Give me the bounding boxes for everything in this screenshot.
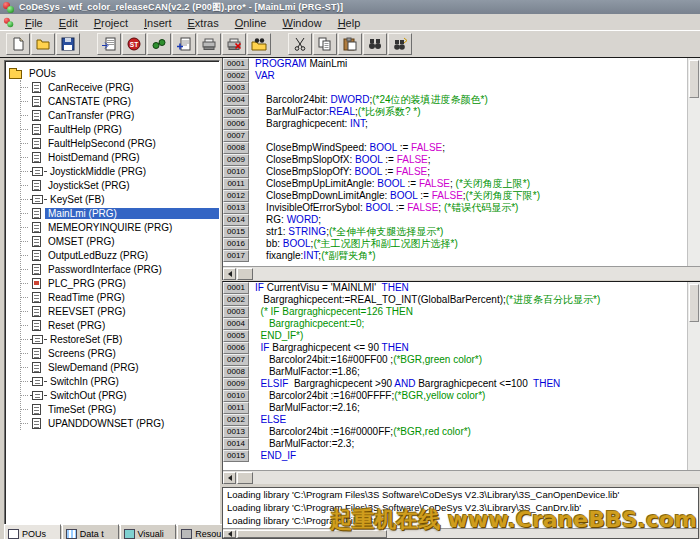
find-button[interactable]	[363, 33, 387, 55]
clean-button[interactable]	[222, 33, 246, 55]
library-manager-button[interactable]	[247, 33, 271, 55]
code-text[interactable]: PROGRAM MainLmi	[249, 58, 700, 70]
tree-item-canreceive[interactable]: CanReceive (PRG)	[21, 80, 219, 94]
code-text[interactable]: InvisibleOfErrorSybol: BOOL := FALSE; (*…	[249, 202, 700, 214]
tree-item-passwordinterface[interactable]: PasswordInterface (PRG)	[21, 262, 219, 276]
menu-edit[interactable]: Edit	[51, 16, 86, 30]
code-text[interactable]: BarMulFactor:=1.86;	[249, 366, 700, 378]
code-text[interactable]: END_IF*)	[249, 330, 700, 342]
code-text[interactable]	[249, 130, 700, 142]
menu-help[interactable]: Help	[330, 16, 369, 30]
scroll-thumb[interactable]	[237, 268, 253, 280]
implementation-horizontal-scrollbar[interactable]	[223, 470, 700, 484]
tree-item-keyset[interactable]: KeySet (FB)	[21, 192, 219, 206]
tree-item-upanddownset[interactable]: UPANDDOWNSET (PRG)	[21, 416, 219, 430]
code-text[interactable]: Bargraghicpecent:=REAL_TO_INT(GlobalBarP…	[249, 294, 700, 306]
tree-item-reset[interactable]: Reset (PRG)	[21, 318, 219, 332]
menu-online[interactable]: Online	[227, 16, 275, 30]
scroll-thumb[interactable]	[689, 60, 699, 98]
code-text[interactable]: VAR	[249, 70, 700, 82]
code-text[interactable]: IF Bargraghicpecent <= 90 THEN	[249, 342, 700, 354]
build-button[interactable]	[197, 33, 221, 55]
open-button[interactable]	[31, 33, 55, 55]
code-text[interactable]: ELSE	[249, 414, 700, 426]
tree-item-restoreset[interactable]: RestoreSet (FB)	[21, 332, 219, 346]
add-pou-button[interactable]	[172, 33, 196, 55]
tree-item-joystickmiddle[interactable]: JoystickMiddle (PRG)	[21, 164, 219, 178]
code-text[interactable]: END_IF	[249, 450, 700, 462]
code-text[interactable]: Barcolor24bit :=16#0000FF;(*BGR,red colo…	[249, 426, 700, 438]
code-text[interactable]: Barcolor24bit :=16#00FFFF;(*BGR,yellow c…	[249, 390, 700, 402]
copy-button[interactable]	[313, 33, 337, 55]
code-text[interactable]: CloseBmpDownLimitAngle: BOOL := FALSE;(*…	[249, 190, 700, 202]
tree-item-plc_prg[interactable]: PLC_PRG (PRG)	[21, 276, 219, 290]
code-text[interactable]: BarMulFactor:=2.3;	[249, 438, 700, 450]
scroll-left-button[interactable]	[223, 268, 236, 280]
menu-file[interactable]: File	[17, 16, 51, 30]
tree-item-faulthelpsecond[interactable]: FaultHelpSecond (PRG)	[21, 136, 219, 150]
declaration-horizontal-scrollbar[interactable]	[223, 266, 700, 280]
code-text[interactable]: Bargraghicpecent:=0;	[249, 318, 700, 330]
code-text[interactable]: ELSIF Bargraghicpecent >90 AND Bargraghi…	[249, 378, 700, 390]
tree-item-slewdemand[interactable]: SlewDemand (PRG)	[21, 360, 219, 374]
tree-item-faulthelp[interactable]: FaultHelp (PRG)	[21, 122, 219, 136]
implementation-editor[interactable]: 0001IF CurrentVisu = 'MAINLMI' THEN0002 …	[222, 281, 700, 484]
declaration-editor[interactable]: 0001PROGRAM MainLmi0002VAR00030004 Barco…	[222, 58, 700, 280]
fbd-block-icon	[32, 377, 43, 386]
scroll-left-button[interactable]	[223, 472, 236, 484]
tree-item-cantransfer[interactable]: CanTransfer (PRG)	[21, 108, 219, 122]
tree-item-canstate[interactable]: CANSTATE (PRG)	[21, 94, 219, 108]
tree-item-readtime[interactable]: ReadTime (PRG)	[21, 290, 219, 304]
tab-data-t[interactable]: Data t	[62, 524, 119, 539]
menu-insert[interactable]: Insert	[136, 16, 180, 30]
tree-item-screens[interactable]: Screens (PRG)	[21, 346, 219, 360]
paste-button[interactable]	[338, 33, 362, 55]
implementation-vertical-scrollbar[interactable]	[687, 282, 700, 471]
code-text[interactable]: RG: WORD;	[249, 214, 700, 226]
code-text[interactable]: Barcolor24bit: DWORD;(*24位的装填进度条颜色*)	[249, 94, 700, 106]
pou-root-folder[interactable]: POUs	[9, 66, 219, 80]
code-text[interactable]: CloseBmpUpLimitAngle: BOOL := FALSE; (*关…	[249, 178, 700, 190]
mdi-child-icon[interactable]	[4, 17, 14, 26]
scroll-left-button[interactable]	[223, 530, 236, 538]
code-text[interactable]: BarMulFactor:REAL;(*比例系数? *)	[249, 106, 700, 118]
find-next-button[interactable]	[388, 33, 412, 55]
code-text[interactable]: CloseBmpWindSpeed: BOOL := FALSE;	[249, 142, 700, 154]
menu-project[interactable]: Project	[86, 16, 136, 30]
tree-item-joystickset[interactable]: JoystickSet (PRG)	[21, 178, 219, 192]
save-button[interactable]	[56, 33, 80, 55]
menu-extras[interactable]: Extras	[180, 16, 227, 30]
pou-declarations-button[interactable]	[97, 33, 121, 55]
menu-window[interactable]: Window	[275, 16, 330, 30]
tree-item-switchin[interactable]: SwitchIn (PRG)	[21, 374, 219, 388]
title-bar[interactable]: CoDeSys - wtf_color_releaseCAN(v2.2 (P00…	[0, 0, 700, 14]
declaration-vertical-scrollbar[interactable]	[687, 58, 700, 267]
code-text[interactable]: bb: BOOL;(*主工况图片和副工况图片选择*)	[249, 238, 700, 250]
code-text[interactable]: str1: STRING;(*全伸半伸支腿选择显示*)	[249, 226, 700, 238]
code-text[interactable]: CloseBmpSlopOfX: BOOL := FALSE;	[249, 154, 700, 166]
tree-item-memeoryinquire[interactable]: MEMEORYINQUIRE (PRG)	[21, 220, 219, 234]
tree-item-outputledbuzz[interactable]: OutputLedBuzz (PRG)	[21, 248, 219, 262]
tree-item-timeset[interactable]: TimeSet (PRG)	[21, 402, 219, 416]
scroll-thumb[interactable]	[689, 284, 699, 322]
code-text[interactable]: Barcolor24bit:=16#00FF00 ;(*BGR,green co…	[249, 354, 700, 366]
cut-button[interactable]	[288, 33, 312, 55]
watch-button[interactable]	[147, 33, 171, 55]
tab-pous[interactable]: POUs	[4, 524, 61, 539]
scroll-thumb[interactable]	[237, 472, 253, 484]
tree-item-omset[interactable]: OMSET (PRG)	[21, 234, 219, 248]
tree-item-mainlmi[interactable]: MainLmi (PRG)	[21, 206, 219, 220]
code-text[interactable]: (* IF Bargraghicpecent=126 THEN	[249, 306, 700, 318]
tree-item-switchout[interactable]: SwitchOut (PRG)	[21, 388, 219, 402]
code-text[interactable]: fixangle:INT;(*副臂夹角*)	[249, 250, 700, 262]
new-button[interactable]	[6, 33, 30, 55]
code-text[interactable]	[249, 82, 700, 94]
st-editor-button[interactable]: ST	[122, 33, 146, 55]
code-text[interactable]: BarMulFactor:=2.16;	[249, 402, 700, 414]
tree-item-reevset[interactable]: REEVSET (PRG)	[21, 304, 219, 318]
tab-visuali[interactable]: Visuali	[120, 524, 177, 539]
code-text[interactable]: CloseBmpSlopOfY: BOOL := FALSE;	[249, 166, 700, 178]
code-text[interactable]: Bargraghicpecent: INT;	[249, 118, 700, 130]
tree-item-hoistdemand[interactable]: HoistDemand (PRG)	[21, 150, 219, 164]
code-text[interactable]: IF CurrentVisu = 'MAINLMI' THEN	[249, 282, 700, 294]
